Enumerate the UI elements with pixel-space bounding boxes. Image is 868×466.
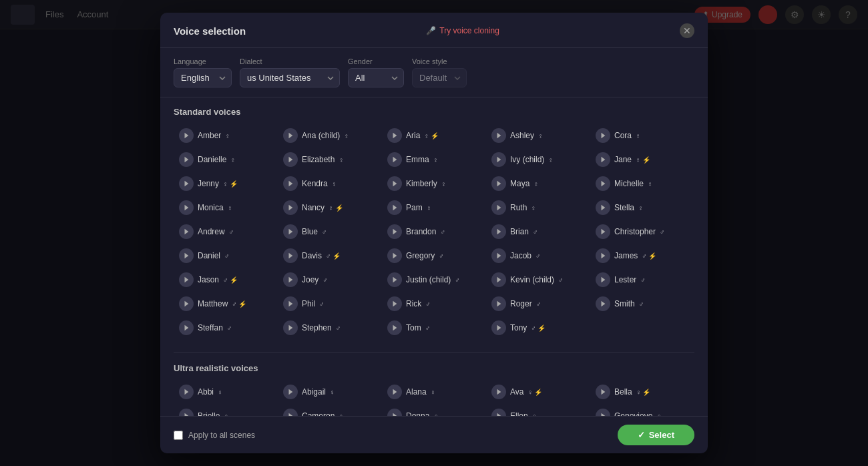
play-btn-ashley[interactable]	[491, 128, 506, 143]
voice-item-donna[interactable]: Donna♀	[382, 405, 486, 416]
voice-item-aria[interactable]: Aria♀⚡	[382, 125, 486, 146]
play-btn-ivy-(child)[interactable]	[491, 152, 506, 167]
voice-item-smith[interactable]: Smith♂	[590, 293, 694, 314]
voice-item-nancy[interactable]: Nancy♀⚡	[278, 197, 382, 218]
voice-item-michelle[interactable]: Michelle♀	[590, 173, 694, 194]
play-btn-andrew[interactable]	[179, 224, 194, 239]
play-btn-james[interactable]	[596, 248, 610, 263]
voice-item-monica[interactable]: Monica♀	[174, 197, 278, 218]
voice-item-stella[interactable]: Stella♀	[590, 197, 694, 218]
play-btn-steffan[interactable]	[179, 320, 194, 335]
play-btn-joey[interactable]	[283, 272, 298, 287]
voice-item-andrew[interactable]: Andrew♂	[174, 221, 278, 242]
voice-item-kevin-(child)[interactable]: Kevin (child)♂	[486, 269, 590, 290]
voice-item-genevieve[interactable]: Genevieve♀	[590, 405, 694, 416]
apply-all-label[interactable]: Apply to all scenes	[174, 431, 255, 440]
voice-item-tony[interactable]: Tony♂⚡	[486, 317, 590, 338]
voice-item-joey[interactable]: Joey♂	[278, 269, 382, 290]
voice-item-brian[interactable]: Brian♂	[486, 221, 590, 242]
voice-item-maya[interactable]: Maya♀	[486, 173, 590, 194]
play-btn-davis[interactable]	[283, 248, 298, 263]
voice-item-brandon[interactable]: Brandon♂	[382, 221, 486, 242]
play-btn-alana[interactable]	[387, 385, 402, 399]
play-btn-danielle[interactable]	[179, 152, 194, 167]
voice-item-jane[interactable]: Jane♀⚡	[590, 149, 694, 170]
play-btn-justin-(child)[interactable]	[387, 272, 402, 287]
voice-item-rick[interactable]: Rick♂	[382, 293, 486, 314]
voice-item-ashley[interactable]: Ashley♀	[486, 125, 590, 146]
voice-item-roger[interactable]: Roger♂	[486, 293, 590, 314]
play-btn-lester[interactable]	[596, 272, 610, 287]
play-btn-donna[interactable]	[387, 409, 402, 416]
play-btn-phil[interactable]	[283, 296, 298, 311]
play-btn-jason[interactable]	[179, 272, 194, 287]
play-btn-amber[interactable]	[179, 128, 194, 143]
play-btn-cora[interactable]	[596, 128, 610, 143]
apply-all-checkbox[interactable]	[174, 431, 183, 440]
play-btn-jenny[interactable]	[179, 176, 194, 191]
voice-item-emma[interactable]: Emma♀	[382, 149, 486, 170]
language-select[interactable]: English Spanish French	[174, 68, 232, 87]
voice-item-daniel[interactable]: Daniel♂	[174, 245, 278, 266]
play-btn-tom[interactable]	[387, 320, 402, 335]
voice-item-elizabeth[interactable]: Elizabeth♀	[278, 149, 382, 170]
play-btn-monica[interactable]	[179, 200, 194, 215]
voice-item-abigail[interactable]: Abigail♀	[278, 381, 382, 403]
play-btn-rick[interactable]	[387, 296, 402, 311]
play-btn-kevin-(child)[interactable]	[491, 272, 506, 287]
voice-item-cameron[interactable]: Cameron♀	[278, 405, 382, 416]
voice-item-alana[interactable]: Alana♀	[382, 381, 486, 403]
voice-item-ivy-(child)[interactable]: Ivy (child)♀	[486, 149, 590, 170]
play-btn-abigail[interactable]	[283, 385, 298, 399]
voice-item-pam[interactable]: Pam♀	[382, 197, 486, 218]
voice-item-christopher[interactable]: Christopher♂	[590, 221, 694, 242]
voice-item-abbi[interactable]: Abbi♀	[174, 381, 278, 403]
select-button[interactable]: ✓ Select	[618, 425, 694, 445]
play-btn-nancy[interactable]	[283, 200, 298, 215]
voice-item-stephen[interactable]: Stephen♂	[278, 317, 382, 338]
play-btn-michelle[interactable]	[596, 176, 610, 191]
play-btn-ellen[interactable]	[491, 409, 506, 416]
voice-item-justin-(child)[interactable]: Justin (child)♂	[382, 269, 486, 290]
voice-item-bella[interactable]: Bella♀⚡	[590, 381, 694, 403]
gender-select[interactable]: All Female Male	[348, 68, 404, 87]
voice-style-select[interactable]: Default	[412, 68, 467, 87]
play-btn-cameron[interactable]	[283, 409, 298, 416]
play-btn-kimberly[interactable]	[387, 176, 402, 191]
play-btn-kendra[interactable]	[283, 176, 298, 191]
play-btn-jacob[interactable]	[491, 248, 506, 263]
play-btn-brian[interactable]	[491, 224, 506, 239]
voice-item-ellen[interactable]: Ellen♀	[486, 405, 590, 416]
play-btn-christopher[interactable]	[596, 224, 610, 239]
play-btn-stephen[interactable]	[283, 320, 298, 335]
play-btn-abbi[interactable]	[179, 385, 194, 399]
play-btn-pam[interactable]	[387, 200, 402, 215]
play-btn-brandon[interactable]	[387, 224, 402, 239]
play-btn-gregory[interactable]	[387, 248, 402, 263]
play-btn-matthew[interactable]	[179, 296, 194, 311]
play-btn-ana-(child)[interactable]	[283, 128, 298, 143]
voice-item-kimberly[interactable]: Kimberly♀	[382, 173, 486, 194]
voice-item-cora[interactable]: Cora♀	[590, 125, 694, 146]
voice-item-jason[interactable]: Jason♂⚡	[174, 269, 278, 290]
voice-clone-link[interactable]: 🎤 Try voice cloning	[426, 26, 499, 35]
voice-item-davis[interactable]: Davis♂⚡	[278, 245, 382, 266]
voice-item-blue[interactable]: Blue♂	[278, 221, 382, 242]
play-btn-stella[interactable]	[596, 200, 610, 215]
voice-item-lester[interactable]: Lester♂	[590, 269, 694, 290]
play-btn-smith[interactable]	[596, 296, 610, 311]
play-btn-ruth[interactable]	[491, 200, 506, 215]
voice-item-james[interactable]: James♂⚡	[590, 245, 694, 266]
play-btn-roger[interactable]	[491, 296, 506, 311]
play-btn-jane[interactable]	[596, 152, 610, 167]
voice-item-tom[interactable]: Tom♂	[382, 317, 486, 338]
modal-close-button[interactable]: ✕	[680, 23, 694, 38]
play-btn-tony[interactable]	[491, 320, 506, 335]
play-btn-elizabeth[interactable]	[283, 152, 298, 167]
voice-item-matthew[interactable]: Matthew♂⚡	[174, 293, 278, 314]
play-btn-blue[interactable]	[283, 224, 298, 239]
play-btn-aria[interactable]	[387, 128, 402, 143]
play-btn-daniel[interactable]	[179, 248, 194, 263]
voice-item-ava[interactable]: Ava♀⚡	[486, 381, 590, 403]
play-btn-bella[interactable]	[596, 385, 610, 399]
